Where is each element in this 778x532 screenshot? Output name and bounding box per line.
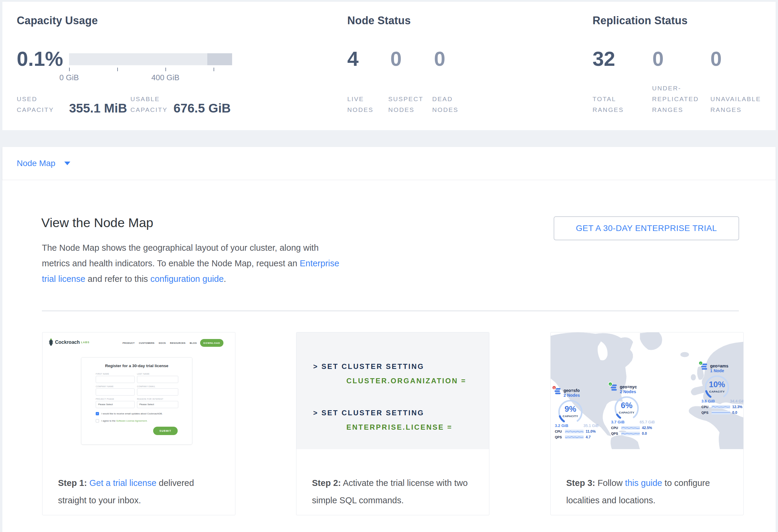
capacity-label: CAPACITY [703,390,731,393]
view-selector-bar[interactable]: Node Map [2,147,776,180]
promo-description-line2: metrics and health indicators. To enable… [42,255,339,271]
cpu-label: CPU [611,426,619,430]
capacity-tick-label-0: 0 GiB [57,73,81,82]
error-badge-icon: 1 [552,385,556,390]
this-guide-link[interactable]: this guide [625,478,662,488]
node-status-section: Node Status 4 0 0 LIVE NODES SUSPECT NOD… [347,2,557,130]
map-node-nyc: ✓ geo=nyc 2 Nodes [609,384,662,436]
step3-card: 1 geo=sfo 2 Nodes [550,332,744,515]
qps-label: QPS [611,432,619,435]
capacity-tick-label-400: 400 GiB [147,73,183,82]
cpu-value: 11.0% [586,429,596,434]
cpu-value: 12.3% [732,405,743,409]
capacity-percent: 6% [613,401,640,409]
qps-sparkline [621,432,640,435]
step2-card: > SET CLUSTER SETTING CLUSTER.ORGANIZATI… [296,332,489,515]
capacity-percent: 10% [703,380,731,389]
site-nav: PRODUCT CUSTOMERS DOCS RESOURCES BLOG [123,342,197,345]
capacity-label: CAPACITY [613,411,640,414]
map-node-ams: ✓ geo=ams 1 Node [700,364,743,415]
capacity-tick [117,68,118,71]
cpu-value: 42.5% [642,426,652,430]
capacity-tick [69,68,70,71]
trial-registration-form: Register for a 30-day trial license FIRS… [81,357,192,445]
dead-nodes-label: DEAD NODES [432,94,459,115]
used-capacity-label: USED CAPACITY [17,94,54,115]
sql-setting-name: CLUSTER.ORGANIZATION = [346,377,466,385]
sql-statement: > SET CLUSTER SETTING [313,409,424,417]
locality-name: geo=ams [710,364,728,368]
capacity-tick [214,68,214,71]
sql-statement: > SET CLUSTER SETTING [313,362,424,371]
form-field: PROJECT PHASE Please Select [96,398,135,408]
configuration-guide-link[interactable]: configuration guide [150,274,224,284]
step3-node-map-thumbnail: 1 geo=sfo 2 Nodes [551,332,743,449]
usable-capacity-label: USABLE CAPACITY [131,94,167,115]
capacity-percent: 9% [557,405,584,413]
capacity-gauge: 9% CAPACITY [557,398,584,426]
form-submit-button: SUBMIT [153,427,178,435]
node-map-promo-panel: View the Node Map The Node Map shows the… [2,180,776,532]
form-field: FIRST NAME [96,373,135,383]
step1-card: Cockroach LABS PRODUCT CUSTOMERS DOCS RE… [42,332,235,515]
promo-description-line1: The Node Map shows the geographical layo… [42,240,339,255]
total-ranges-count: 32 [593,49,615,69]
qps-value: 0.0 [642,432,647,436]
site-nav-item: CUSTOMERS [139,342,154,345]
node-count: 1 Node [710,368,728,373]
dead-nodes-count: 0 [434,49,445,69]
capacity-total: 65.7 GiB [639,420,655,424]
company-name-input [96,388,135,395]
email-updates-checkbox-row: ✓ I would like to receive email updates … [96,412,178,415]
qps-label: QPS [701,411,709,414]
view-selector-label[interactable]: Node Map [17,159,55,168]
suspect-nodes-count: 0 [390,49,402,69]
chevron-down-icon [64,162,70,165]
checkbox-checked-icon: ✓ [96,412,99,415]
live-nodes-label: LIVE NODES [347,94,374,115]
license-agreement-checkbox-row: I agree to the Software License Agreemen… [96,419,178,423]
node-count: 2 Nodes [563,393,580,398]
capacity-bar [69,53,232,65]
enterprise-trial-license-link[interactable]: Enterprise [300,258,339,268]
cpu-label: CPU [701,405,709,409]
replication-status-section: Replication Status 32 0 0 TOTAL RANGES U… [593,2,778,130]
form-field: COMPANY EMAIL [137,385,178,395]
step2-sql-illustration: > SET CLUSTER SETTING CLUSTER.ORGANIZATI… [296,332,489,449]
promo-description: The Node Map shows the geographical layo… [42,240,339,287]
capacity-usage-section: Capacity Usage 0.1% 0 GiB 400 GiB USED C… [17,2,286,130]
cpu-sparkline [621,426,640,430]
capacity-usage-title: Capacity Usage [17,14,98,27]
first-name-input [96,376,135,383]
site-nav-item: RESOURCES [170,342,185,345]
capacity-gauge: 6% CAPACITY [613,395,640,422]
under-replicated-ranges-label: UNDER- REPLICATED RANGES [652,83,699,115]
node-count: 2 Nodes [620,389,637,394]
under-replicated-ranges-count: 0 [652,49,664,69]
project-phase-select: Please Select [96,401,135,408]
qps-label: QPS [555,435,563,439]
used-capacity-value: 355.1 MiB [69,102,127,115]
qps-value: 4.7 [586,435,591,439]
replication-status-title: Replication Status [593,14,688,27]
reason-for-interest-select: Please Select [137,401,178,408]
total-ranges-label: TOTAL RANGES [593,94,624,115]
unavailable-ranges-count: 0 [710,49,722,69]
step1-website-thumbnail: Cockroach LABS PRODUCT CUSTOMERS DOCS RE… [43,332,235,449]
ok-badge-icon: ✓ [698,361,703,365]
enterprise-trial-button[interactable]: GET A 30-DAY ENTERPRISE TRIAL [554,216,739,240]
form-title: Register for a 30-day trial license [96,364,178,368]
map-node-sfo: 1 geo=sfo 2 Nodes [553,388,605,439]
cpu-sparkline [565,430,584,433]
enterprise-trial-license-link[interactable]: trial license [42,274,85,284]
site-download-button: DOWNLOAD [200,339,223,347]
locality-name: geo=nyc [620,384,637,389]
form-field: REASON FOR INTEREST Please Select [137,398,178,408]
capacity-used-percent: 0.1% [17,49,63,69]
cockroach-bug-icon [49,338,54,346]
get-trial-license-link[interactable]: Get a trial license [89,478,156,488]
node-status-title: Node Status [347,14,411,27]
qps-sparkline [712,411,730,414]
cluster-stats-panel: Capacity Usage 0.1% 0 GiB 400 GiB USED C… [2,2,776,130]
site-nav-item: DOCS [159,342,166,345]
